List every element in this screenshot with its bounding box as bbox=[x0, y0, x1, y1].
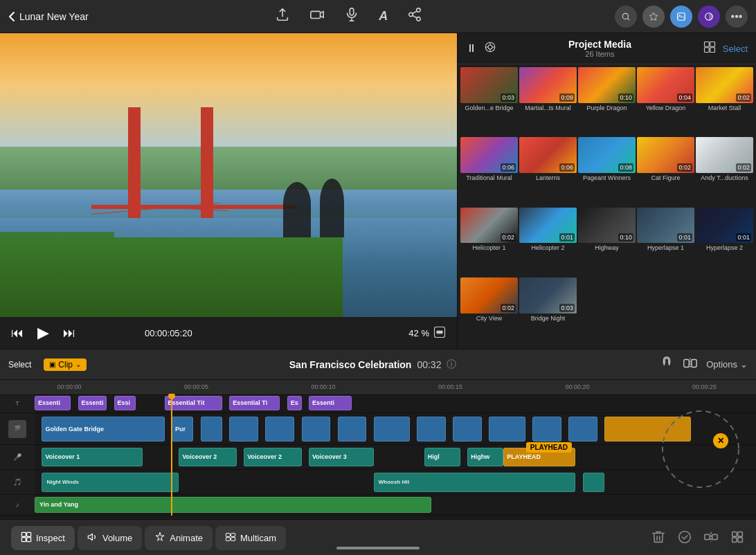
main-video-track: 🎬 Golden Gate BridgePur bbox=[0, 413, 756, 445]
transform-icon[interactable] bbox=[730, 529, 745, 547]
media-duration: 0:09 bbox=[559, 93, 575, 102]
share-icon[interactable] bbox=[407, 7, 422, 26]
media-item[interactable]: 0:03 Golden...e Bridge bbox=[460, 67, 518, 136]
media-item[interactable]: 0:02 Andy T...ductions bbox=[696, 137, 753, 206]
timeline-clip[interactable]: Essenti bbox=[78, 396, 107, 411]
media-item[interactable]: 0:01 Helicopter 2 bbox=[519, 208, 577, 276]
media-item[interactable]: 0:10 Highway bbox=[578, 208, 636, 276]
volume-button[interactable]: Volume bbox=[78, 526, 142, 550]
media-item[interactable]: 0:10 Purple Dragon bbox=[578, 67, 636, 136]
svg-rect-14 bbox=[704, 42, 709, 47]
media-item[interactable]: 0:03 Bridge Night bbox=[519, 278, 577, 346]
timeline-clip[interactable]: Essential Ti bbox=[229, 396, 280, 411]
media-item[interactable]: 0:08 Pageant Winners bbox=[578, 137, 636, 206]
timeline-clip[interactable]: Higl bbox=[424, 448, 460, 466]
play-button[interactable]: ▶ bbox=[37, 324, 49, 342]
media-duration: 0:10 bbox=[618, 233, 633, 242]
timeline-clip[interactable] bbox=[453, 417, 482, 442]
silhouette-female bbox=[283, 182, 311, 237]
more-icon-btn[interactable]: ••• bbox=[726, 6, 748, 28]
media-item[interactable]: 0:02 Cat Figure bbox=[637, 137, 694, 206]
inspect-button[interactable]: Inspect bbox=[11, 526, 75, 550]
media-name: City View bbox=[460, 313, 518, 323]
timeline-clip[interactable] bbox=[568, 417, 597, 442]
timeline-clip[interactable] bbox=[417, 417, 446, 442]
options-button[interactable]: Options ⌄ bbox=[706, 359, 748, 370]
media-item[interactable]: 0:06 Lanterns bbox=[519, 137, 577, 206]
media-header-right: Select bbox=[703, 41, 748, 56]
svg-rect-0 bbox=[311, 11, 321, 18]
media-name: Highway bbox=[578, 243, 636, 253]
zoom-icon[interactable] bbox=[433, 326, 446, 340]
mic-icon[interactable] bbox=[344, 7, 359, 26]
timeline-clip[interactable] bbox=[374, 417, 410, 442]
magnetic-tool-icon[interactable] bbox=[659, 356, 674, 374]
back-button[interactable]: Lunar New Year bbox=[8, 11, 89, 22]
split-clip-icon[interactable] bbox=[703, 529, 719, 547]
pause-icon[interactable]: ⏸ bbox=[466, 42, 477, 55]
media-item[interactable]: 0:06 Traditional Mural bbox=[460, 137, 518, 206]
trash-icon[interactable] bbox=[651, 529, 666, 547]
skip-forward-button[interactable]: ⏭ bbox=[63, 326, 75, 340]
timeline-clip[interactable]: Night Winds bbox=[42, 473, 179, 492]
media-name: Martial...ts Mural bbox=[519, 103, 577, 113]
media-item[interactable]: 0:01 Hyperlapse 2 bbox=[696, 208, 753, 276]
timeline-clip[interactable]: Essenti bbox=[309, 396, 352, 411]
media-item[interactable]: 0:01 Hyperlapse 1 bbox=[637, 208, 694, 276]
timeline-clip[interactable]: Voiceover 2 bbox=[179, 448, 236, 466]
check-icon[interactable] bbox=[677, 529, 692, 547]
info-icon[interactable]: ⓘ bbox=[447, 358, 456, 371]
timeline-clip[interactable] bbox=[201, 417, 222, 442]
search-icon-btn[interactable] bbox=[615, 6, 637, 28]
photos-icon-btn[interactable] bbox=[670, 6, 692, 28]
music-clip[interactable]: Yin and Yang bbox=[35, 497, 431, 513]
timeline-clip[interactable]: Golden Gate Bridge bbox=[42, 417, 164, 442]
a-icon[interactable]: A bbox=[379, 7, 388, 26]
bridge-tower-left bbox=[128, 107, 141, 218]
media-item[interactable]: 0:02 City View bbox=[460, 278, 518, 346]
ruler-mark: 00:00:10 bbox=[312, 383, 336, 390]
effects-icon-btn[interactable] bbox=[698, 6, 720, 28]
clip-icon: ▣ bbox=[49, 361, 55, 368]
timeline-clip[interactable] bbox=[338, 417, 367, 442]
timeline-clip[interactable] bbox=[489, 417, 525, 442]
timeline-clip[interactable] bbox=[265, 417, 294, 442]
select-button[interactable]: Select bbox=[723, 44, 748, 54]
animate-button[interactable]: Animate bbox=[145, 526, 213, 550]
media-duration: 0:02 bbox=[736, 163, 751, 172]
svg-rect-19 bbox=[669, 363, 670, 365]
export-icon[interactable] bbox=[275, 7, 290, 26]
multicam-button[interactable]: Multicam bbox=[215, 526, 286, 550]
timeline-clip[interactable] bbox=[229, 417, 258, 442]
timeline-clip[interactable]: Es bbox=[287, 396, 302, 411]
media-item[interactable]: 0:02 Market Stall bbox=[696, 67, 753, 136]
timeline-clip[interactable]: Voiceover 3 bbox=[309, 448, 374, 466]
filter-icon[interactable] bbox=[484, 41, 496, 56]
media-item[interactable]: 0:02 Helicopter 1 bbox=[460, 208, 518, 276]
timeline-clip[interactable]: Essenti bbox=[35, 396, 71, 411]
media-item[interactable]: 0:04 Yellow Dragon bbox=[637, 67, 694, 136]
video-controls: ⏮ ▶ ⏭ 00:00:05:20 42 % bbox=[0, 317, 457, 349]
volume-icon bbox=[87, 531, 98, 545]
star-icon-btn[interactable] bbox=[642, 6, 665, 28]
timeline-clip[interactable] bbox=[583, 473, 604, 492]
timeline-clip[interactable]: Pur bbox=[172, 417, 193, 442]
timeline-clip[interactable]: Highw bbox=[467, 448, 503, 466]
media-item[interactable]: 0:09 Martial...ts Mural bbox=[519, 67, 577, 136]
camera-icon[interactable] bbox=[309, 7, 325, 26]
timeline-clip[interactable]: Voiceover 2 bbox=[244, 448, 301, 466]
timeline-clip[interactable] bbox=[532, 417, 561, 442]
split-tool-icon[interactable] bbox=[683, 356, 698, 374]
music-track: ♪ Yin and Yang bbox=[0, 495, 756, 516]
timeline-clip[interactable]: Whoosh Hit bbox=[374, 473, 576, 492]
media-name: Cat Figure bbox=[637, 173, 694, 183]
timeline-clip[interactable] bbox=[302, 417, 331, 442]
voiceover-track-label: 🎤 bbox=[0, 445, 35, 469]
playhead-close-button[interactable]: ✕ bbox=[713, 433, 728, 448]
timeline-clip[interactable]: Essi bbox=[114, 396, 136, 411]
timeline-clip[interactable]: Voiceover 1 bbox=[42, 448, 143, 466]
grid-view-icon[interactable] bbox=[703, 41, 716, 56]
media-item-count: 26 Items bbox=[496, 50, 703, 58]
media-duration: 0:06 bbox=[559, 163, 575, 172]
skip-back-button[interactable]: ⏮ bbox=[11, 326, 24, 340]
